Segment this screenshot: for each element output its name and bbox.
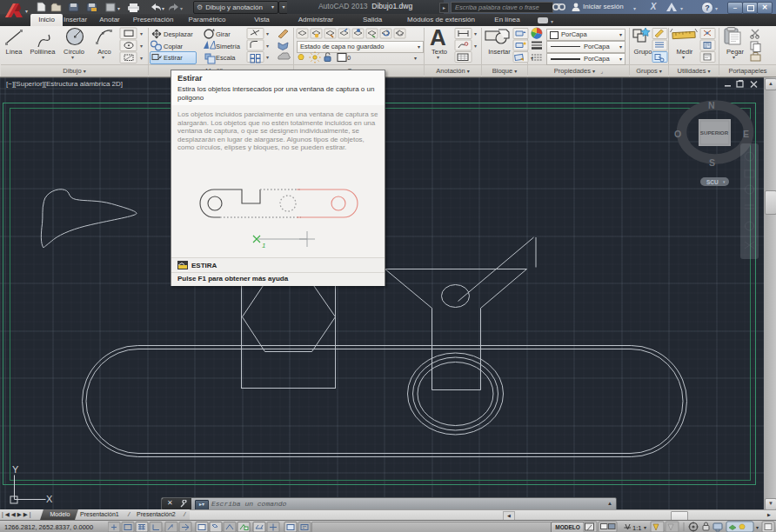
- svg-text:SCU: SCU: [706, 179, 719, 185]
- svg-text:▾: ▾: [266, 55, 269, 60]
- svg-text:▾: ▾: [756, 525, 759, 530]
- svg-text:1: 1: [262, 242, 265, 249]
- svg-text:▾: ▾: [140, 31, 143, 37]
- svg-text:A: A: [430, 26, 446, 50]
- svg-text:SUPERIOR: SUPERIOR: [700, 130, 729, 136]
- svg-text:▾: ▾: [140, 56, 143, 61]
- svg-text:▾: ▾: [25, 9, 28, 14]
- svg-text:▾: ▾: [266, 43, 269, 49]
- svg-text:▾: ▾: [474, 31, 477, 37]
- svg-text:▾: ▾: [162, 6, 164, 11]
- svg-text:▾: ▾: [266, 31, 269, 37]
- svg-text:1:1: 1:1: [632, 524, 641, 532]
- svg-text:O: O: [674, 129, 681, 139]
- svg-text:▾: ▾: [644, 525, 646, 530]
- svg-text:S: S: [709, 157, 715, 168]
- svg-text:Y: Y: [12, 464, 19, 475]
- svg-text:E: E: [743, 129, 749, 139]
- svg-text:▾: ▾: [140, 43, 143, 49]
- svg-text:▾: ▾: [180, 6, 183, 11]
- svg-text:▾: ▾: [474, 43, 477, 49]
- svg-text:▾: ▾: [117, 6, 120, 11]
- svg-text:X: X: [46, 494, 53, 504]
- svg-text:N: N: [708, 100, 715, 110]
